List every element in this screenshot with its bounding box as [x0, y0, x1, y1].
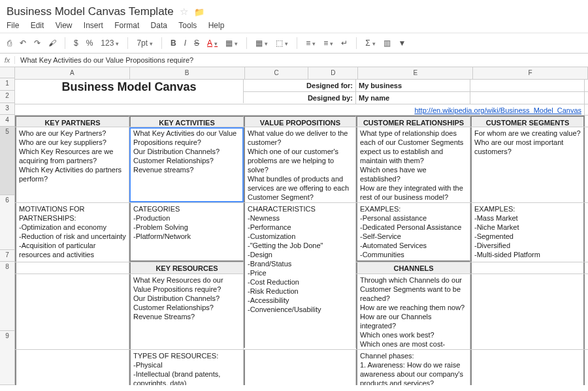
cell-A8[interactable]: [15, 274, 129, 349]
cell-F7[interactable]: [470, 262, 585, 274]
italic-button[interactable]: I: [182, 37, 188, 49]
col-header-B[interactable]: B: [130, 67, 245, 79]
cell-cr-e[interactable]: EXAMPLES: -Personal assistance -Dedicate…: [356, 203, 470, 262]
wrap-button[interactable]: ↵: [339, 37, 350, 49]
cell-ch-q[interactable]: Through which Channels do our Customer S…: [356, 274, 470, 349]
cell-C9[interactable]: [244, 350, 356, 385]
text-color-dropdown[interactable]: A: [205, 37, 220, 49]
select-all-corner[interactable]: [0, 67, 14, 78]
header-cust-seg[interactable]: CUSTOMER SEGMENTS: [470, 116, 585, 127]
menubar: File Edit View Insert Format Data Tools …: [0, 20, 588, 33]
header-key-partners[interactable]: KEY PARTNERS: [15, 116, 129, 127]
row-header-2[interactable]: 2: [0, 91, 14, 103]
cell-F8[interactable]: [470, 274, 585, 349]
menu-help[interactable]: Help: [208, 21, 225, 30]
halign-dropdown[interactable]: ≡: [304, 37, 318, 49]
row-header-1[interactable]: 1: [0, 78, 14, 91]
row-header-3[interactable]: 3: [0, 103, 14, 114]
header-value-prop[interactable]: VALUE PROPOSITIONS: [244, 116, 356, 127]
cell-title[interactable]: Business Model Canvas: [15, 80, 244, 103]
cell-vp-q[interactable]: What value do we deliver to the customer…: [244, 127, 356, 202]
menu-edit[interactable]: Edit: [31, 21, 44, 30]
cell-F2[interactable]: [470, 92, 585, 104]
toolbar: ⎙ ↶ ↷ 🖌 $ % 123 7pt B I S A ▦ ▦ ⬚ ≡ ≡ ↵ …: [0, 33, 588, 54]
row-header-4[interactable]: 4: [0, 115, 14, 127]
doc-title[interactable]: Business Model Canvas Template: [7, 5, 174, 18]
percent-icon[interactable]: %: [84, 37, 95, 49]
row-header-9[interactable]: 9: [0, 331, 14, 385]
header-cust-rel[interactable]: CUSTOMER RELATIONSHIPS: [356, 116, 470, 127]
menu-format[interactable]: Format: [114, 21, 139, 30]
fill-color-dropdown[interactable]: ▦: [223, 37, 240, 49]
formula-input[interactable]: What Key Activities do our Value Proposi…: [15, 55, 588, 65]
cell-kr-t[interactable]: TYPES OF RESOURCES: -Physical -Intellect…: [129, 350, 244, 385]
cell-kr-q[interactable]: What Key Resources do our Value Proposit…: [129, 274, 244, 349]
row-header-5[interactable]: 5: [0, 127, 14, 196]
menu-data[interactable]: Data: [151, 21, 167, 30]
bold-button[interactable]: B: [169, 37, 178, 49]
header-key-activities[interactable]: KEY ACTIVITIES: [129, 116, 244, 127]
merge-dropdown[interactable]: ⬚: [274, 37, 290, 49]
menu-insert[interactable]: Insert: [84, 21, 103, 30]
row-header-8[interactable]: 8: [0, 262, 14, 331]
redo-icon[interactable]: ↷: [32, 37, 42, 49]
cell-A7[interactable]: [15, 262, 129, 274]
col-header-A[interactable]: A: [15, 67, 130, 79]
col-header-C[interactable]: C: [245, 67, 309, 79]
cell-vp-c[interactable]: CHARACTERISTICS -Newness -Performance -C…: [244, 203, 356, 348]
filter-icon[interactable]: ▼: [397, 37, 408, 49]
cell-F1[interactable]: [470, 80, 585, 91]
cell-designed-for-label[interactable]: Designed for:: [244, 80, 356, 91]
menu-view[interactable]: View: [56, 21, 73, 30]
chart-icon[interactable]: ▥: [382, 37, 393, 49]
cell-designed-for-value[interactable]: My business: [356, 80, 470, 91]
menu-tools[interactable]: Tools: [178, 21, 197, 30]
cell-designed-by-label[interactable]: Designed by:: [244, 92, 356, 104]
font-size-dropdown[interactable]: 7pt: [135, 37, 155, 49]
header-channels[interactable]: CHANNELS: [356, 262, 470, 274]
strike-button[interactable]: S: [192, 37, 201, 49]
valign-dropdown[interactable]: ≡: [321, 37, 335, 49]
cell-designed-by-value[interactable]: My name: [356, 92, 470, 104]
borders-dropdown[interactable]: ▦: [253, 37, 270, 49]
number-format-dropdown[interactable]: 123: [99, 37, 121, 49]
undo-icon[interactable]: ↶: [18, 37, 28, 49]
cell-ka-c[interactable]: CATEGORIES -Production -Problem Solving …: [129, 203, 244, 262]
row-header-6[interactable]: 6: [0, 195, 14, 249]
row-header-7[interactable]: 7: [0, 250, 14, 262]
print-icon[interactable]: ⎙: [5, 37, 14, 49]
menu-file[interactable]: File: [7, 21, 19, 30]
cell-kp-q[interactable]: Who are our Key Partners? Who are our ke…: [15, 127, 129, 202]
cell-cr-q[interactable]: What type of relationship does each of o…: [356, 127, 470, 202]
folder-icon[interactable]: 📁: [194, 7, 204, 17]
cell-cs-q[interactable]: For whom are we creating value? Who are …: [470, 127, 585, 202]
col-header-D[interactable]: D: [308, 67, 358, 79]
currency-icon[interactable]: $: [72, 37, 80, 49]
formula-bar: fx What Key Activities do our Value Prop…: [0, 54, 588, 67]
cell-F9[interactable]: [470, 350, 585, 385]
cell-kp-m[interactable]: MOTIVATIONS FOR PARTNERSHIPS: -Optimizat…: [15, 203, 129, 262]
wiki-link[interactable]: http://en.wikipedia.org/wiki/Business_Mo…: [18, 106, 581, 115]
functions-dropdown[interactable]: Σ: [363, 37, 377, 49]
cell-cs-e[interactable]: EXAMPLES: -Mass Market -Niche Market -Se…: [470, 203, 585, 262]
col-header-F[interactable]: F: [473, 67, 588, 79]
fx-label: fx: [0, 56, 15, 64]
header-key-resources[interactable]: KEY RESOURCES: [129, 262, 244, 274]
col-header-E[interactable]: E: [358, 67, 473, 79]
cell-ka-q[interactable]: What Key Activities do our Value Proposi…: [129, 127, 244, 202]
cell-A9[interactable]: [15, 350, 129, 385]
star-icon[interactable]: ☆: [180, 6, 188, 18]
paint-format-icon[interactable]: 🖌: [46, 37, 58, 49]
cell-ch-p[interactable]: Channel phases: 1. Awareness: How do we …: [356, 350, 470, 385]
